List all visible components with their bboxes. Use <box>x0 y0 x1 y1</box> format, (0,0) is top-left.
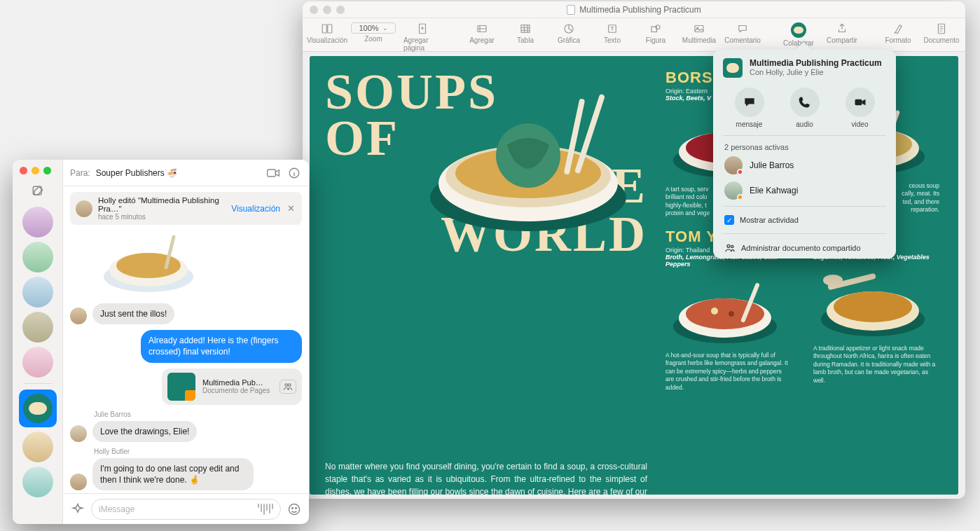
svg-rect-4 <box>521 25 530 33</box>
collab-video-button[interactable]: video <box>846 88 875 128</box>
compose-button[interactable] <box>28 183 48 200</box>
collab-active-label: 2 personas activas <box>715 139 895 153</box>
message-icon <box>735 88 764 117</box>
message-bubble[interactable]: Just sent the illos! <box>92 303 174 324</box>
minimize-icon[interactable] <box>32 167 39 174</box>
zoom-icon[interactable] <box>336 6 345 14</box>
avatar <box>724 156 743 174</box>
message-row: Love the drawings, Elie! <box>70 421 302 442</box>
collab-person-name: Julie Barros <box>750 160 794 170</box>
message-input[interactable]: iMessage <box>91 499 281 520</box>
document-attachment[interactable]: Multimedia Pub… Documento de Pages <box>162 368 302 405</box>
message-bubble[interactable]: I'm going to do one last copy edit and t… <box>92 458 254 490</box>
info-button[interactable] <box>287 165 302 181</box>
sidebar-divider <box>23 383 53 384</box>
conversation-avatar[interactable] <box>22 312 53 343</box>
notice-view-link[interactable]: Visualización <box>231 204 280 214</box>
message-bubble-sent[interactable]: Already added! Here is the (fingers cros… <box>141 330 302 362</box>
toolbar-view-label: Visualización <box>307 36 347 44</box>
soup-desc: A traditional appetizer or light snack m… <box>813 345 939 385</box>
toolbar-media-label: Multimedia <box>682 36 716 44</box>
checkbox-checked-icon[interactable]: ✓ <box>724 215 734 225</box>
collab-title: Multimedia Publishing Practicum <box>750 58 882 68</box>
presence-dot <box>737 169 743 175</box>
svg-point-30 <box>711 308 718 315</box>
toolbar-view[interactable]: Visualización <box>311 22 343 44</box>
window-controls[interactable] <box>310 6 345 14</box>
avatar <box>724 181 743 200</box>
collab-doc-thumb <box>723 58 743 78</box>
message-row: Multimedia Pub… Documento de Pages <box>70 368 302 405</box>
audio-message-icon[interactable] <box>258 504 273 515</box>
collab-audio-button[interactable]: audio <box>790 88 820 128</box>
hero-illustration <box>416 78 640 247</box>
message-thread[interactable]: Holly editó "Multimedia Publishing Pra…"… <box>63 186 309 493</box>
toolbar-add-page[interactable]: Agregar página <box>403 22 441 52</box>
svg-point-29 <box>686 298 764 329</box>
conversation-avatar[interactable] <box>22 277 53 308</box>
apps-button[interactable] <box>70 502 85 517</box>
toolbar-document-label: Documento <box>923 36 959 44</box>
avatar <box>70 425 87 442</box>
conversation-selected[interactable] <box>19 389 57 427</box>
pages-titlebar[interactable]: Multimedia Publishing Practicum <box>303 1 965 18</box>
conversation-avatar[interactable] <box>22 432 53 462</box>
toolbar-table-label: Tabla <box>517 36 534 44</box>
collab-person[interactable]: Elie Kahwagi <box>715 178 895 203</box>
svg-point-51 <box>292 507 294 509</box>
toolbar-zoom[interactable]: 100% ⌄ Zoom <box>356 22 391 43</box>
group-avatar <box>23 394 53 423</box>
close-icon[interactable] <box>310 6 318 14</box>
toolbar-text[interactable]: Texto <box>597 22 628 44</box>
toolbar-share[interactable]: Compartir <box>827 22 857 44</box>
document-icon <box>567 5 575 15</box>
collaborate-avatar-icon <box>791 22 806 38</box>
toolbar-media[interactable]: Multimedia <box>684 22 715 44</box>
svg-rect-42 <box>268 170 276 177</box>
close-icon[interactable] <box>20 167 27 174</box>
minimize-icon[interactable] <box>323 6 331 14</box>
recipient-name[interactable]: Souper Publishers 🍜 <box>96 168 177 178</box>
facetime-button[interactable] <box>265 165 281 181</box>
message-row: Already added! Here is the (fingers cros… <box>70 330 302 362</box>
svg-point-31 <box>729 311 734 317</box>
toolbar-table[interactable]: Tabla <box>510 22 541 44</box>
people-icon <box>724 242 736 254</box>
svg-point-39 <box>727 244 730 247</box>
svg-point-52 <box>296 507 297 509</box>
collab-message-button[interactable]: mensaje <box>735 88 764 128</box>
toolbar-comment[interactable]: Comentario <box>727 22 758 44</box>
window-controls[interactable] <box>20 164 51 179</box>
messages-window: Para: Souper Publishers 🍜 Holly editó "M… <box>13 160 309 524</box>
toolbar-chart[interactable]: Gráfica <box>553 22 584 44</box>
messages-main: Para: Souper Publishers 🍜 Holly editó "M… <box>63 160 309 524</box>
conversation-avatar[interactable] <box>22 207 53 237</box>
message-placeholder: iMessage <box>99 504 134 514</box>
collab-manage-button[interactable]: Administrar documento compartido <box>715 237 895 262</box>
toolbar-insert[interactable]: Agregar <box>467 22 497 44</box>
emoji-button[interactable] <box>287 502 302 517</box>
conversation-avatar[interactable] <box>22 242 53 273</box>
toolbar-document[interactable]: Documento <box>926 22 957 44</box>
collab-notice: Holly editó "Multimedia Publishing Pra…"… <box>70 192 302 225</box>
conversation-avatar[interactable] <box>22 347 53 378</box>
collab-subtitle: Con Holly, Julie y Elie <box>750 68 882 76</box>
toolbar-shape[interactable]: Figura <box>640 22 671 44</box>
toolbar-collaborate[interactable]: Colaborar <box>783 22 814 47</box>
svg-point-46 <box>116 253 181 278</box>
message-bubble[interactable]: Love the drawings, Elie! <box>92 421 197 442</box>
toolbar-format[interactable]: Formato <box>883 22 913 44</box>
avatar <box>70 308 87 324</box>
zoom-dropdown[interactable]: 100% ⌄ <box>351 22 395 34</box>
conversation-avatar[interactable] <box>22 467 53 497</box>
collaborators-icon[interactable] <box>279 380 296 394</box>
collab-video-label: video <box>852 120 869 128</box>
soup-illustration <box>813 265 932 342</box>
message-row: I'm going to do one last copy edit and t… <box>70 458 302 490</box>
close-icon[interactable]: ✕ <box>286 203 296 214</box>
toolbar-comment-label: Comentario <box>724 36 761 44</box>
image-attachment[interactable] <box>92 230 205 298</box>
collab-person[interactable]: Julie Barros <box>715 153 895 178</box>
zoom-icon[interactable] <box>43 167 51 174</box>
collab-show-activity[interactable]: ✓ Mostrar actividad <box>715 209 895 230</box>
